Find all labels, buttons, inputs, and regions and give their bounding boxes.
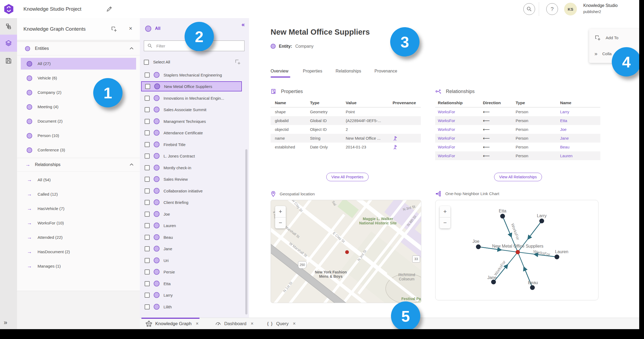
provenance-flag-icon[interactable] <box>393 136 397 141</box>
add-to-map-icon[interactable] <box>111 26 117 32</box>
close-panel-button[interactable]: × <box>129 25 132 32</box>
list-item[interactable]: L. Jones Contract <box>141 151 242 161</box>
sidebar-item-manages[interactable]: → Manages (1) <box>21 260 136 272</box>
view-all-properties-button[interactable]: View All Properties <box>326 173 369 181</box>
collapse-menu-item[interactable]: » Colla <box>594 51 612 57</box>
list-item[interactable]: Collaboration initiative <box>141 186 242 196</box>
node-jane[interactable] <box>491 280 496 284</box>
item-checkbox[interactable] <box>145 130 150 135</box>
rail-save-button[interactable] <box>0 52 17 69</box>
help-button[interactable]: ? <box>546 3 558 15</box>
list-item[interactable]: Managment Techniques <box>141 116 242 126</box>
tab-properties[interactable]: Properties <box>303 69 322 74</box>
tab-provenance[interactable]: Provenance <box>374 69 397 74</box>
item-checkbox[interactable] <box>145 269 150 275</box>
table-row[interactable]: WorksFor ⟵ Person Joe <box>435 125 600 134</box>
view-all-relationships-button[interactable]: View All Relationships <box>494 173 542 181</box>
table-row[interactable]: WorksFor ⟵ Person Jane <box>435 134 600 143</box>
expand-rail-button[interactable]: » <box>4 319 7 326</box>
list-item[interactable]: Jane <box>141 244 242 254</box>
list-item[interactable]: Lilith <box>141 302 242 312</box>
zoom-out-button[interactable]: − <box>275 217 286 229</box>
item-checkbox[interactable] <box>145 188 150 193</box>
list-item[interactable]: Staplers Mechanical Engineering <box>141 70 242 80</box>
sidebar-item-meeting[interactable]: Meeting (4) <box>21 101 136 113</box>
table-row[interactable]: established Date Only 2014-01-23 <box>271 143 421 151</box>
sidebar-item-document[interactable]: Document (2) <box>21 115 136 127</box>
item-checkbox[interactable] <box>145 96 150 101</box>
list-item[interactable]: Beau <box>141 232 242 242</box>
node-beau[interactable] <box>530 285 535 290</box>
sidebar-item-called[interactable]: → Called (12) <box>21 188 136 200</box>
list-item-selected[interactable]: New Metal Office Suppliers <box>141 81 242 91</box>
list-item[interactable]: Uri <box>141 255 242 265</box>
sidebar-item-worksfor[interactable]: → WorksFor (10) <box>21 217 136 229</box>
item-checkbox[interactable] <box>145 84 150 89</box>
table-row[interactable]: globalid Global ID {A228944F-0EF5-... <box>271 116 421 125</box>
zoom-in-button[interactable]: + <box>440 206 450 217</box>
list-item[interactable]: Persie <box>141 267 242 277</box>
tab-dashboard[interactable]: Dashboard × <box>215 318 254 329</box>
sidebar-item-person[interactable]: Person (10) <box>21 130 136 142</box>
map-marker[interactable] <box>345 250 349 254</box>
node-larry[interactable] <box>539 219 544 223</box>
table-row[interactable]: objectid Object ID 2 <box>271 125 421 134</box>
rail-layers-button[interactable] <box>0 35 17 52</box>
add-to-selection-icon[interactable] <box>235 59 241 65</box>
list-item[interactable]: Attendance Certificate <box>141 128 242 138</box>
chevron-up-icon[interactable] <box>130 163 133 166</box>
list-item[interactable]: Firebird Title <box>141 139 242 150</box>
item-checkbox[interactable] <box>145 200 150 205</box>
zoom-in-button[interactable]: + <box>275 206 286 217</box>
sidebar-item-attended[interactable]: → Attended (22) <box>21 232 136 243</box>
table-row[interactable]: name String New Metal Office ... <box>271 134 421 143</box>
sidebar-item-rel-all[interactable]: → All (54) <box>21 174 136 186</box>
tab-overview[interactable]: Overview <box>271 69 288 74</box>
add-to-menu-item[interactable]: Add To <box>594 35 618 41</box>
zoom-out-button[interactable]: − <box>440 217 450 229</box>
sidebar-item-conference[interactable]: Conference (3) <box>21 144 136 156</box>
item-checkbox[interactable] <box>145 154 150 159</box>
table-row[interactable]: WorksFor ⟵ Person Beau <box>435 143 600 151</box>
one-hop-link-chart[interactable]: Etta Larry Joe Lauren Jane Beau New Meta… <box>435 200 598 300</box>
tab-relationships[interactable]: Relationships <box>336 69 361 74</box>
edit-title-icon[interactable] <box>106 6 112 12</box>
tab-knowledge-graph[interactable]: Knowledge Graph × <box>146 318 199 329</box>
search-button[interactable] <box>523 3 535 15</box>
close-tab-icon[interactable]: × <box>196 321 199 326</box>
table-row[interactable]: shape Geometry Point <box>271 107 421 116</box>
table-row[interactable]: WorksFor ⟵ Person Etta <box>435 116 600 125</box>
provenance-flag-icon[interactable] <box>393 144 397 150</box>
sidebar-item-hasdocument[interactable]: → HasDocument (2) <box>21 246 136 258</box>
chevron-up-icon[interactable] <box>130 47 133 50</box>
item-checkbox[interactable] <box>145 119 150 124</box>
list-scrollbar[interactable] <box>245 149 247 314</box>
list-item[interactable]: Sales Review <box>141 174 242 184</box>
list-item[interactable]: Client Briefing <box>141 197 242 207</box>
item-checkbox[interactable] <box>145 142 150 147</box>
relationships-section-header[interactable]: → Relationships <box>17 158 140 172</box>
item-checkbox[interactable] <box>145 304 150 309</box>
collapse-list-panel-button[interactable]: « <box>242 21 245 28</box>
list-item[interactable]: Montly check-in <box>141 163 242 173</box>
sidebar-item-hasvehicle[interactable]: → HasVehicle (7) <box>21 203 136 215</box>
list-item[interactable]: Joe <box>141 209 242 219</box>
item-checkbox[interactable] <box>145 72 150 78</box>
item-checkbox[interactable] <box>145 293 150 298</box>
avatar[interactable]: KS <box>564 3 577 15</box>
list-item[interactable]: Etta <box>141 279 242 289</box>
list-item[interactable]: Larry <box>141 290 242 300</box>
close-tab-icon[interactable]: × <box>251 321 254 326</box>
item-checkbox[interactable] <box>145 235 150 240</box>
list-item[interactable]: Innovations in Mechanical Engin... <box>141 93 242 103</box>
item-checkbox[interactable] <box>145 165 150 170</box>
node-lauren[interactable] <box>555 255 559 259</box>
node-center-company[interactable] <box>516 250 520 254</box>
rail-schema-button[interactable] <box>0 18 17 35</box>
sidebar-item-vehicle[interactable]: Vehicle (6) <box>21 72 136 84</box>
item-checkbox[interactable] <box>145 107 150 112</box>
item-checkbox[interactable] <box>145 246 150 251</box>
entities-section-header[interactable]: Entities <box>17 42 140 55</box>
item-checkbox[interactable] <box>145 212 150 217</box>
table-row[interactable]: WorksFor ⟵ Person Lauren <box>435 151 600 160</box>
